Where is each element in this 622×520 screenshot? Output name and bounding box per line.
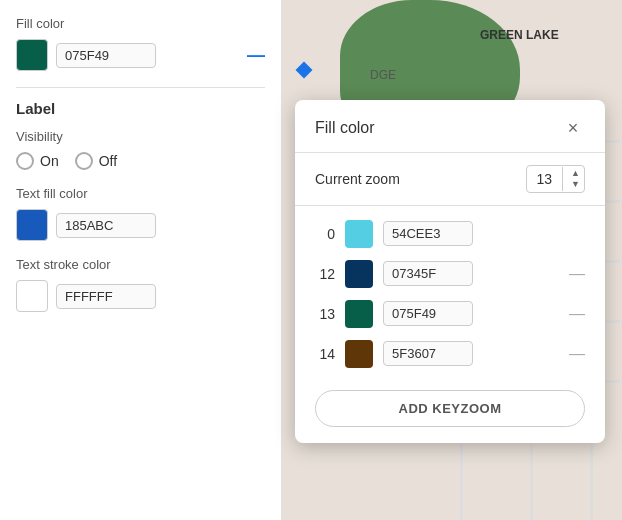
radio-on[interactable]: On — [16, 152, 59, 170]
keyzoom-item: 0— — [315, 214, 585, 254]
fill-color-minus-icon[interactable]: — — [247, 45, 265, 66]
current-zoom-label: Current zoom — [315, 171, 400, 187]
keyzoom-color-input[interactable] — [383, 301, 473, 326]
keyzoom-swatch[interactable] — [345, 220, 373, 248]
keyzoom-remove-icon[interactable]: — — [569, 305, 585, 323]
radio-on-label: On — [40, 153, 59, 169]
keyzoom-item: 12— — [315, 254, 585, 294]
text-stroke-color-row — [16, 280, 265, 312]
fill-color-row: — — [16, 39, 265, 71]
text-fill-color-label: Text fill color — [16, 186, 265, 201]
popup-title: Fill color — [315, 119, 375, 137]
fill-color-input[interactable] — [56, 43, 156, 68]
keyzoom-item: 13— — [315, 294, 585, 334]
keyzoom-zoom-number: 0 — [315, 226, 335, 242]
divider-1 — [16, 87, 265, 88]
zoom-row: Current zoom 13 ▲ ▼ — [295, 153, 605, 206]
zoom-arrows[interactable]: ▲ ▼ — [567, 166, 584, 192]
close-button[interactable]: × — [561, 116, 585, 140]
radio-off-label: Off — [99, 153, 117, 169]
keyzoom-color-input[interactable] — [383, 341, 473, 366]
add-keyzoom-button[interactable]: ADD KEYZOOM — [315, 390, 585, 427]
keyzoom-item: 14— — [315, 334, 585, 374]
keyzoom-swatch[interactable] — [345, 340, 373, 368]
keyzoom-zoom-number: 14 — [315, 346, 335, 362]
text-stroke-color-input[interactable] — [56, 284, 156, 309]
fill-color-label: Fill color — [16, 16, 265, 31]
label-heading: Label — [16, 100, 265, 117]
zoom-value: 13 — [527, 167, 564, 191]
zoom-control: 13 ▲ ▼ — [526, 165, 586, 193]
text-fill-color-row — [16, 209, 265, 241]
keyzoom-color-input[interactable] — [383, 221, 473, 246]
keyzoom-zoom-number: 12 — [315, 266, 335, 282]
fill-color-swatch[interactable] — [16, 39, 48, 71]
radio-circle-on — [16, 152, 34, 170]
left-panel: Fill color — Label Visibility On Off Tex… — [0, 0, 282, 520]
popup-header: Fill color × — [295, 100, 605, 153]
keyzoom-swatch[interactable] — [345, 260, 373, 288]
keyzoom-remove-icon[interactable]: — — [569, 265, 585, 283]
map-diamond-marker — [296, 62, 313, 79]
text-stroke-color-swatch[interactable] — [16, 280, 48, 312]
text-fill-color-swatch[interactable] — [16, 209, 48, 241]
text-stroke-color-label: Text stroke color — [16, 257, 265, 272]
visibility-label: Visibility — [16, 129, 265, 144]
text-fill-color-input[interactable] — [56, 213, 156, 238]
fill-color-popup: Fill color × Current zoom 13 ▲ ▼ 0—12—13… — [295, 100, 605, 443]
radio-off[interactable]: Off — [75, 152, 117, 170]
visibility-radio-group: On Off — [16, 152, 265, 170]
zoom-down-arrow[interactable]: ▼ — [571, 179, 580, 190]
keyzoom-list: 0—12—13—14— — [295, 206, 605, 382]
zoom-up-arrow[interactable]: ▲ — [571, 168, 580, 179]
keyzoom-color-input[interactable] — [383, 261, 473, 286]
keyzoom-remove-icon[interactable]: — — [569, 345, 585, 363]
radio-circle-off — [75, 152, 93, 170]
keyzoom-zoom-number: 13 — [315, 306, 335, 322]
keyzoom-swatch[interactable] — [345, 300, 373, 328]
